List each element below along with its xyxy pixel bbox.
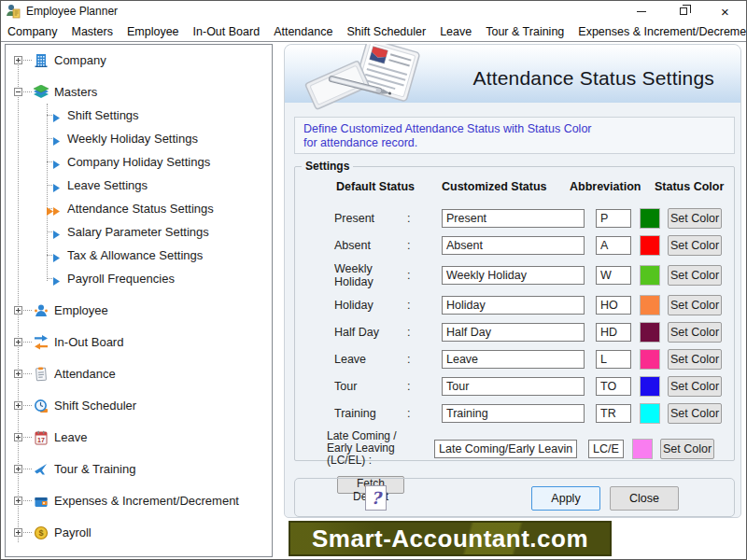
sidebar-item-weekly-holiday-settings[interactable]: Weekly Holiday Settings xyxy=(6,129,272,149)
description-box: Define Customized Attendance Status with… xyxy=(294,117,735,154)
menu-item-attendance[interactable]: Attendance xyxy=(274,25,332,38)
sidebar-item-attendance[interactable]: Attendance xyxy=(6,364,272,385)
abbreviation-input[interactable] xyxy=(596,296,631,315)
menu-item-expenses-increment-decrement[interactable]: Expenses & Increment/Decrement xyxy=(578,25,747,38)
sidebar-item-payroll[interactable]: $Payroll xyxy=(6,523,272,543)
sidebar-item-label: Attendance Status Settings xyxy=(67,202,214,216)
close-window-button[interactable]: × xyxy=(704,1,746,21)
abbreviation-input[interactable] xyxy=(596,377,631,396)
sidebar-item-label: Payroll Frequencies xyxy=(67,272,175,286)
settings-row-tour: Tour:Set Color xyxy=(295,376,734,397)
sidebar-item-tax-allowance-settings[interactable]: Tax & Allowance Settings xyxy=(6,245,272,266)
menu-item-in-out-board[interactable]: In-Out Board xyxy=(193,25,261,38)
sidebar-item-company[interactable]: Company xyxy=(6,50,272,71)
maximize-button[interactable] xyxy=(662,1,704,21)
menu-item-masters[interactable]: Masters xyxy=(72,25,113,38)
abbreviation-input[interactable] xyxy=(588,440,624,458)
customized-status-input[interactable] xyxy=(442,266,585,285)
abbreviation-input[interactable] xyxy=(596,236,631,255)
sidebar-item-masters[interactable]: Masters xyxy=(6,82,272,103)
settings-row-late-coming-early-leaving: Late Coming /Early Leaving (LC/EL) :Set … xyxy=(295,430,734,467)
set-color-button[interactable]: Set Color xyxy=(668,403,722,424)
expander-plus-icon[interactable] xyxy=(14,56,22,64)
customized-status-input[interactable] xyxy=(442,323,585,342)
expander-plus-icon[interactable] xyxy=(14,433,22,441)
attendance-status-panel: Attendance Status Settings Define Custom… xyxy=(284,44,741,518)
sidebar-item-shift-scheduler[interactable]: Shift Scheduler xyxy=(6,396,272,416)
minimize-button[interactable] xyxy=(620,1,662,21)
expander-plus-icon[interactable] xyxy=(14,497,22,505)
customized-status-input[interactable] xyxy=(442,209,585,228)
sidebar-item-leave-settings[interactable]: Leave Settings xyxy=(6,175,272,196)
colon-separator: : xyxy=(407,212,442,225)
abbreviation-input[interactable] xyxy=(596,209,631,228)
window-title: Employee Planner xyxy=(26,5,118,18)
colon-separator: : xyxy=(407,407,442,420)
menu-item-tour-training[interactable]: Tour & Training xyxy=(486,25,564,38)
selected-arrows-icon xyxy=(47,204,60,218)
sidebar-item-tour-training[interactable]: Tour & Training xyxy=(6,459,272,480)
shift-scheduler-icon xyxy=(34,399,49,413)
customized-status-input[interactable] xyxy=(434,440,577,458)
status-color-swatch xyxy=(640,265,660,286)
abbreviation-input[interactable] xyxy=(596,323,631,342)
sidebar-item-salary-parameter-settings[interactable]: Salary Parameter Settings xyxy=(6,222,272,243)
sidebar-item-in-out-board[interactable]: In-Out Board xyxy=(6,332,272,353)
sidebar-item-shift-settings[interactable]: Shift Settings xyxy=(6,105,272,126)
expander-plus-icon[interactable] xyxy=(14,528,22,537)
sidebar-item-company-holiday-settings[interactable]: Company Holiday Settings xyxy=(6,152,272,173)
abbreviation-input[interactable] xyxy=(596,404,631,423)
expander-plus-icon[interactable] xyxy=(14,306,22,315)
sidebar-item-leave[interactable]: 17Leave xyxy=(6,427,272,448)
set-color-button[interactable]: Set Color xyxy=(668,322,722,343)
tour-icon xyxy=(34,462,49,477)
menu-item-shift-scheduler[interactable]: Shift Scheduler xyxy=(346,25,426,38)
set-color-button[interactable]: Set Color xyxy=(668,235,722,256)
menu-item-company[interactable]: Company xyxy=(7,25,58,38)
expander-plus-icon[interactable] xyxy=(14,465,22,473)
abbreviation-input[interactable] xyxy=(596,350,631,369)
sidebar-item-employee[interactable]: Employee xyxy=(6,301,272,321)
menu-item-leave[interactable]: Leave xyxy=(440,25,472,38)
sidebar-item-label: Shift Scheduler xyxy=(54,399,136,413)
item-arrow-icon xyxy=(53,251,60,265)
expander-plus-icon[interactable] xyxy=(14,370,22,378)
masters-icon xyxy=(34,85,49,100)
notepad-pen-illustration-icon xyxy=(302,44,451,111)
set-color-button[interactable]: Set Color xyxy=(668,208,722,229)
sidebar-item-payroll-frequencies[interactable]: Payroll Frequencies xyxy=(6,269,272,289)
customized-status-input[interactable] xyxy=(442,296,585,315)
sidebar-item-label: Masters xyxy=(54,85,97,99)
item-arrow-icon xyxy=(53,134,60,148)
customized-status-input[interactable] xyxy=(442,236,585,255)
abbreviation-input[interactable] xyxy=(596,266,631,285)
item-arrow-icon xyxy=(53,158,60,172)
expenses-icon xyxy=(34,494,49,509)
default-status-label: Holiday xyxy=(334,299,407,312)
set-color-button[interactable]: Set Color xyxy=(660,439,714,459)
settings-row-half-day: Half Day:Set Color xyxy=(295,322,734,343)
set-color-button[interactable]: Set Color xyxy=(668,295,722,315)
employee-icon xyxy=(34,303,49,318)
close-button[interactable]: Close xyxy=(610,486,679,511)
set-color-button[interactable]: Set Color xyxy=(668,349,722,370)
svg-text:17: 17 xyxy=(37,437,45,443)
settings-row-present: Present:Set Color xyxy=(295,208,734,229)
expander-minus-icon[interactable] xyxy=(14,88,22,96)
customized-status-input[interactable] xyxy=(442,404,585,423)
help-button[interactable]: ? xyxy=(365,485,387,511)
sidebar-item-label: Company Holiday Settings xyxy=(67,155,210,169)
default-status-label: Tour xyxy=(334,380,407,393)
set-color-button[interactable]: Set Color xyxy=(668,265,722,286)
expander-plus-icon[interactable] xyxy=(14,401,22,410)
sidebar-item-attendance-status-settings[interactable]: Attendance Status Settings xyxy=(6,199,272,219)
status-color-swatch xyxy=(640,376,660,397)
menu-item-employee[interactable]: Employee xyxy=(127,25,179,38)
sidebar-item-expenses-increment-decrement[interactable]: Expenses & Increment/Decrement xyxy=(6,491,272,511)
apply-button[interactable]: Apply xyxy=(531,486,600,511)
set-color-button[interactable]: Set Color xyxy=(668,376,722,397)
customized-status-input[interactable] xyxy=(442,377,585,396)
expander-plus-icon[interactable] xyxy=(14,338,22,346)
sidebar-item-label: In-Out Board xyxy=(54,335,123,349)
customized-status-input[interactable] xyxy=(442,350,585,369)
